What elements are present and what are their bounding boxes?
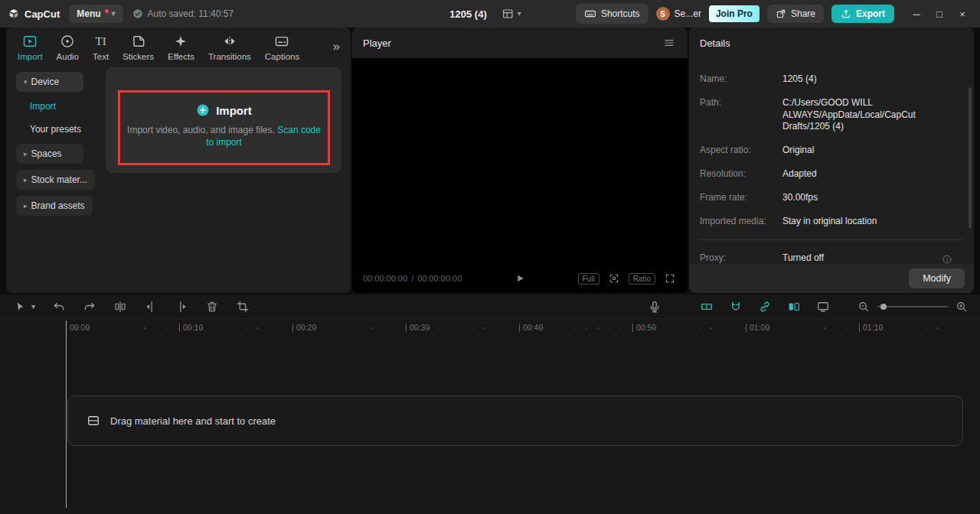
timeline-zoom-slider[interactable] — [877, 301, 948, 312]
capcut-logo-icon — [8, 8, 20, 20]
import-description: Import video, audio, and image files. Sc… — [124, 124, 325, 148]
chevron-down-icon: ▾ — [518, 10, 521, 18]
fullscreen-icon[interactable] — [663, 272, 677, 285]
details-title: Details — [689, 28, 974, 58]
details-scrollbar[interactable] — [969, 87, 972, 229]
ruler-tick: 01:00 — [746, 324, 769, 332]
link-clips-icon[interactable] — [756, 298, 773, 315]
ruler-tick: 00:10 — [179, 324, 203, 332]
details-panel: Details Name: 1205 (4) Path: C:/Users/GO… — [689, 28, 974, 293]
shortcuts-button[interactable]: Shortcuts — [576, 4, 648, 24]
sidebar-item-your-presets[interactable]: Your presets — [16, 121, 81, 138]
main-track-mirror-icon[interactable] — [786, 298, 802, 315]
timeline-ruler[interactable]: 00:00 00:10 00:20 00:30 00:40 00:50 01:0… — [0, 319, 980, 337]
magnetic-icon[interactable] — [727, 298, 744, 315]
tab-effects[interactable]: Effects — [161, 31, 201, 64]
select-tool-dropdown-icon[interactable]: ▾ — [30, 301, 37, 312]
maximize-button[interactable]: □ — [929, 4, 949, 24]
media-content: Import Import video, audio, and image fi… — [100, 67, 351, 293]
join-pro-button[interactable]: Join Pro — [709, 5, 760, 22]
details-footer: Modify — [689, 264, 974, 293]
minimize-button[interactable]: ─ — [906, 4, 926, 24]
play-button[interactable] — [509, 272, 531, 285]
crop-icon[interactable] — [234, 298, 251, 315]
auto-snap-icon[interactable] — [698, 298, 715, 315]
import-dropzone[interactable]: Import Import video, audio, and image fi… — [106, 67, 341, 173]
zoom-slider-track — [877, 306, 948, 307]
zoom-slider-handle[interactable] — [880, 304, 887, 310]
export-button[interactable]: Export — [831, 5, 894, 23]
user-account[interactable]: S Se...er — [656, 7, 701, 21]
playhead[interactable] — [66, 320, 67, 508]
share-button[interactable]: Share — [767, 5, 824, 23]
split-icon[interactable] — [112, 298, 129, 315]
import-button[interactable]: Import — [196, 103, 252, 117]
timeline-tracks: Drag material here and start to create — [0, 338, 980, 514]
select-tool-button[interactable] — [12, 299, 28, 314]
player-controls: 00:00:00:00 / 00:00:00:00 Full Ratio — [363, 272, 677, 285]
expand-tabs-icon[interactable]: » — [328, 38, 345, 55]
autosave-status: Auto saved: 11:40:57 — [132, 8, 234, 19]
sidebar-item-spaces[interactable]: ▸ Spaces — [16, 144, 83, 164]
layout-switch-button[interactable]: ▾ — [498, 7, 526, 21]
captions-icon — [274, 34, 289, 49]
empty-track-dropzone[interactable]: Drag material here and start to create — [67, 395, 963, 446]
cover-preview-icon[interactable] — [815, 298, 831, 315]
media-tabs: Import Audio TI Text Stickers — [6, 28, 351, 67]
timeline-toolbar: ▾ — [0, 294, 980, 319]
player-title: Player — [363, 37, 391, 49]
detail-row-frame-rate: Frame rate: 30.00fps — [700, 192, 956, 204]
zoom-out-icon[interactable] — [856, 299, 871, 314]
check-circle-icon — [132, 8, 143, 19]
zoom-in-icon[interactable] — [954, 299, 969, 314]
sidebar-item-import[interactable]: Import — [16, 98, 56, 115]
player-menu-icon[interactable] — [662, 35, 677, 50]
sidebar-item-stock-material[interactable]: ▸ Stock mater... — [16, 170, 95, 190]
caret-right-icon: ▸ — [24, 176, 28, 184]
tab-import[interactable]: Import — [11, 31, 50, 64]
timecode: 00:00:00:00 / 00:00:00:00 — [363, 274, 462, 283]
player-panel: Player 00:00:00:00 / 00:00:00:00 — [352, 28, 688, 293]
delete-right-icon[interactable] — [173, 298, 190, 315]
close-button[interactable]: × — [952, 4, 972, 24]
delete-icon[interactable] — [204, 298, 220, 315]
detail-row-aspect-ratio: Aspect ratio: Original — [700, 145, 956, 157]
tab-transitions[interactable]: Transitions — [201, 31, 258, 64]
modify-button[interactable]: Modify — [909, 268, 965, 288]
sidebar-item-brand-assets[interactable]: ▸ Brand assets — [16, 196, 93, 216]
detail-row-imported-media: Imported media: Stay in original locatio… — [700, 216, 956, 228]
details-rows: Name: 1205 (4) Path: C:/Users/GOOD WILL … — [689, 58, 974, 228]
tab-captions[interactable]: Captions — [258, 31, 306, 64]
chevron-down-icon: ▾ — [112, 10, 116, 18]
redo-icon[interactable] — [81, 298, 98, 315]
delete-left-icon[interactable] — [142, 298, 159, 315]
divider — [700, 239, 963, 240]
ruler-tick: 01:10 — [859, 324, 883, 332]
transitions-icon — [222, 34, 237, 49]
undo-icon[interactable] — [51, 298, 67, 315]
project-title: 1205 (4) — [449, 8, 486, 20]
snapshot-icon[interactable] — [607, 272, 621, 285]
share-icon — [776, 8, 786, 19]
ratio-button[interactable]: Ratio — [629, 273, 655, 285]
avatar: S — [656, 7, 670, 21]
full-preview-button[interactable]: Full — [578, 273, 599, 285]
layout-grid-icon — [502, 8, 514, 20]
effects-star-icon — [173, 34, 188, 49]
tab-audio[interactable]: Audio — [50, 31, 86, 64]
media-panel: Import Audio TI Text Stickers — [6, 28, 351, 293]
menu-button[interactable]: Menu ▾ — [69, 5, 122, 23]
titlebar: CapCut Menu ▾ Auto saved: 11:40:57 1205 … — [0, 0, 980, 28]
detail-row-path: Path: C:/Users/GOOD WILL ALWAYS/AppData/… — [700, 97, 956, 133]
empty-track-message: Drag material here and start to create — [110, 415, 276, 427]
record-voiceover-icon[interactable] — [646, 298, 663, 315]
plus-circle-icon — [196, 103, 210, 117]
tab-text[interactable]: TI Text — [86, 31, 116, 64]
app-name: CapCut — [24, 8, 60, 20]
media-placeholder-icon — [87, 414, 100, 428]
text-tab-icon: TI — [95, 34, 106, 49]
tab-stickers[interactable]: Stickers — [116, 31, 161, 64]
sidebar-item-device[interactable]: ▾ Device — [16, 72, 83, 92]
timeline: ▾ — [0, 294, 980, 514]
timeline-toggles — [698, 298, 831, 315]
